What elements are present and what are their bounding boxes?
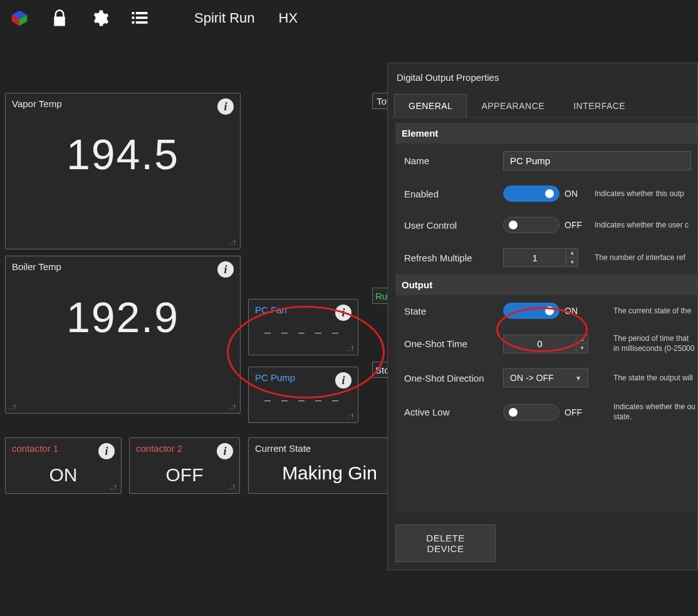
- nav-tabs: Spirit Run HX: [194, 10, 298, 26]
- toolbar: Spirit Run HX: [0, 0, 698, 36]
- spinner-up-icon[interactable]: ▲: [576, 335, 588, 345]
- state-toggle-label: ON: [565, 306, 578, 316]
- list-icon[interactable]: [129, 8, 150, 29]
- svg-rect-7: [132, 21, 135, 24]
- resize-grip-icon: .:!: [9, 404, 16, 410]
- desc-active-low: Indicates whether the ou state.: [595, 402, 697, 422]
- desc-refresh-multiple: The number of interface ref: [595, 253, 697, 262]
- refresh-multiple-input[interactable]: [504, 249, 566, 266]
- row-one-shot-direction: One-Shot Direction ON -> OFF ▼ The state…: [404, 361, 697, 395]
- panel-run-hidden: Run: [372, 288, 388, 304]
- panel-title: PC Fan: [255, 305, 287, 315]
- name-input[interactable]: [503, 151, 691, 170]
- svg-rect-3: [132, 12, 135, 14]
- nav-hx[interactable]: HX: [279, 10, 298, 26]
- contactor2-value: OFF: [130, 462, 239, 492]
- refresh-multiple-spinner[interactable]: ▲▼: [503, 248, 578, 267]
- panel-contactor-1[interactable]: contactor 1 i ON .:!: [5, 437, 122, 494]
- spinner-up-icon[interactable]: ▲: [566, 249, 578, 258]
- desc-one-shot-time: The period of time that in milliseconds …: [595, 334, 697, 353]
- panel-title: PC Pump: [255, 372, 295, 383]
- user-control-toggle-label: OFF: [565, 220, 582, 230]
- dropdown-value: ON -> OFF: [510, 373, 554, 383]
- one-shot-time-spinner[interactable]: ▲▼: [503, 335, 588, 353]
- panel-contactor-2[interactable]: contactor 2 i OFF .:!: [129, 437, 240, 494]
- label-state: State: [404, 306, 497, 316]
- tab-appearance[interactable]: APPEARANCE: [467, 94, 559, 117]
- lock-icon[interactable]: [49, 8, 70, 29]
- label-one-shot-time: One-Shot Time: [404, 338, 497, 349]
- svg-rect-8: [136, 21, 148, 24]
- info-icon[interactable]: i: [335, 305, 352, 321]
- panel-pc-pump[interactable]: PC Pump i – – – – – .:!: [248, 367, 358, 423]
- row-one-shot-time: One-Shot Time ▲▼ The period of time that…: [404, 326, 697, 361]
- spinner-down-icon[interactable]: ▼: [576, 344, 588, 353]
- row-enabled: Enabled ON Indicates whether this outp: [404, 178, 697, 209]
- label-enabled: Enabled: [404, 189, 497, 199]
- panel-title: contactor 1: [12, 443, 58, 454]
- panel-title: contactor 2: [136, 443, 182, 454]
- desc-user-control: Indicates whether the user c: [595, 221, 697, 229]
- enabled-toggle-label: ON: [565, 189, 578, 199]
- enabled-toggle[interactable]: [503, 185, 560, 202]
- dialog-title: Digital Output Properties: [388, 63, 697, 94]
- row-refresh-multiple: Refresh Multiple ▲▼ The number of interf…: [404, 241, 697, 274]
- one-shot-direction-dropdown[interactable]: ON -> OFF ▼: [503, 368, 588, 387]
- label-refresh-multiple: Refresh Multiple: [404, 253, 497, 263]
- pc-pump-value: – – – – –: [249, 391, 358, 418]
- svg-rect-5: [132, 17, 135, 19]
- active-low-toggle-label: OFF: [565, 407, 582, 417]
- label-active-low: Active Low: [404, 407, 497, 417]
- active-low-toggle[interactable]: [503, 404, 560, 420]
- pc-fan-value: – – – – –: [249, 323, 358, 350]
- label-name: Name: [404, 155, 497, 166]
- desc-state: The current state of the: [595, 306, 697, 315]
- logo-cube-icon[interactable]: [9, 8, 30, 29]
- label-one-shot-direction: One-Shot Direction: [404, 373, 497, 384]
- row-name: Name: [404, 144, 697, 178]
- nav-spirit-run[interactable]: Spirit Run: [194, 10, 255, 26]
- row-state: State ON The current state of the: [404, 295, 697, 326]
- panel-pc-fan[interactable]: PC Fan i – – – – – .:!: [248, 299, 358, 355]
- desc-enabled: Indicates whether this outp: [595, 189, 697, 198]
- panel-title: Current State: [255, 443, 311, 454]
- resize-grip-icon: .:!: [229, 239, 236, 246]
- delete-device-button[interactable]: DELETE DEVICE: [395, 525, 496, 562]
- label-user-control: User Control: [404, 220, 497, 231]
- vapor-temp-value: 194.5: [6, 117, 240, 197]
- info-icon[interactable]: i: [217, 443, 233, 459]
- panel-boiler-temp[interactable]: Boiler Temp i 192.9 .:! .:!: [5, 256, 241, 414]
- panel-vapor-temp[interactable]: Vapor Temp i 194.5 .:!: [5, 93, 241, 249]
- info-icon[interactable]: i: [217, 98, 234, 115]
- svg-rect-6: [136, 17, 148, 19]
- info-icon[interactable]: i: [217, 261, 234, 278]
- current-state-value: Making Gin: [249, 456, 410, 494]
- dialog-tabs: GENERAL APPEARANCE INTERFACE: [388, 94, 697, 118]
- spinner-down-icon[interactable]: ▼: [566, 258, 578, 267]
- one-shot-time-input[interactable]: [504, 335, 576, 353]
- info-icon[interactable]: i: [335, 372, 352, 389]
- resize-grip-icon: .:!: [229, 404, 236, 410]
- panel-current-state[interactable]: Current State Making Gin: [248, 437, 411, 494]
- gear-icon[interactable]: [89, 8, 110, 29]
- state-toggle[interactable]: [503, 303, 560, 319]
- digital-output-properties-dialog: Digital Output Properties GENERAL APPEAR…: [387, 63, 698, 570]
- panel-title: Boiler Temp: [12, 261, 61, 272]
- user-control-toggle[interactable]: [503, 217, 560, 233]
- section-output: Output: [395, 274, 697, 295]
- section-element: Element: [395, 123, 697, 144]
- panel-title: Vapor Temp: [12, 98, 62, 109]
- panel-sto-hidden: Sto: [372, 362, 388, 378]
- row-user-control: User Control OFF Indicates whether the u…: [404, 209, 697, 241]
- dialog-body: Element Name Enabled ON Indicates whethe…: [395, 123, 697, 512]
- svg-rect-4: [136, 12, 148, 14]
- contactor1-value: ON: [6, 462, 121, 492]
- tab-interface[interactable]: INTERFACE: [559, 94, 640, 117]
- tab-general[interactable]: GENERAL: [394, 94, 467, 117]
- row-active-low: Active Low OFF Indicates whether the ou …: [404, 395, 697, 429]
- info-icon[interactable]: i: [98, 443, 115, 459]
- boiler-temp-value: 192.9: [6, 280, 240, 360]
- chevron-down-icon: ▼: [575, 375, 581, 382]
- desc-one-shot-direction: The state the output will: [595, 373, 697, 382]
